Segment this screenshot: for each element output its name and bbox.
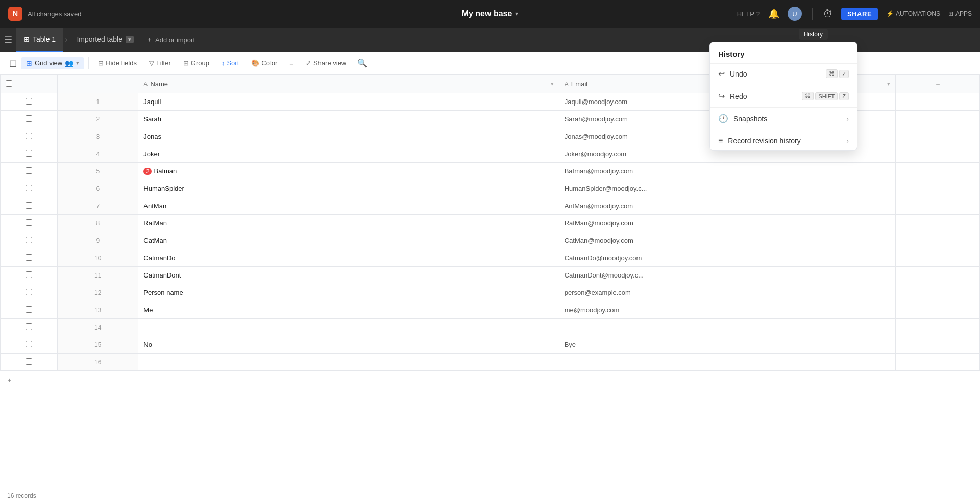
view-chevron-icon[interactable]: ▾ xyxy=(76,60,79,66)
add-import-button[interactable]: ＋ Add or import xyxy=(141,35,200,44)
row-email-cell[interactable]: RatMan@moodjoy.com xyxy=(559,215,895,232)
row-checkbox[interactable] xyxy=(26,219,32,226)
row-email-cell[interactable]: CatmanDo@moodjoy.com xyxy=(559,249,895,267)
row-email-cell[interactable]: HumanSpider@moodjoy.c... xyxy=(559,180,895,197)
row-checkbox-cell[interactable] xyxy=(1,267,58,284)
row-checkbox-cell[interactable] xyxy=(1,145,58,163)
add-column-button[interactable]: ＋ xyxy=(896,75,980,93)
share-button[interactable]: SHARE xyxy=(841,8,878,20)
sidebar-toggle-button[interactable]: ◫ xyxy=(6,56,20,70)
row-checkbox[interactable] xyxy=(26,237,32,243)
row-checkbox-cell[interactable] xyxy=(1,111,58,128)
help-button[interactable]: HELP ? xyxy=(737,10,760,18)
group-button[interactable]: ⊞ Group xyxy=(178,57,214,69)
row-email-cell[interactable]: CatmanDont@moodjoy.c... xyxy=(559,267,895,284)
sort-button[interactable]: ↕ Sort xyxy=(216,57,244,69)
row-checkbox[interactable] xyxy=(26,98,32,105)
user-avatar[interactable]: U xyxy=(788,7,802,21)
apps-button[interactable]: ⊞ APPS xyxy=(948,10,972,17)
row-email-cell[interactable]: Bye xyxy=(559,336,895,354)
row-checkbox-cell[interactable] xyxy=(1,180,58,197)
hamburger-icon[interactable]: ☰ xyxy=(4,34,12,45)
base-name[interactable]: My new base xyxy=(462,9,512,18)
color-button[interactable]: 🎨 Color xyxy=(246,57,282,69)
row-name-cell[interactable]: CatmanDont xyxy=(138,267,559,284)
row-name-cell[interactable]: Sarah xyxy=(138,111,559,128)
row-email-cell[interactable]: CatMan@moodjoy.com xyxy=(559,232,895,249)
row-name-cell[interactable] xyxy=(138,319,559,336)
app-logo[interactable]: N xyxy=(8,7,22,21)
row-checkbox[interactable] xyxy=(26,271,32,278)
tab-table1[interactable]: ⊞ Table 1 xyxy=(16,28,63,52)
row-name-cell[interactable] xyxy=(138,354,559,371)
row-checkbox[interactable] xyxy=(26,133,32,139)
row-checkbox[interactable] xyxy=(26,202,32,209)
row-checkbox[interactable] xyxy=(26,341,32,347)
row-checkbox[interactable] xyxy=(26,306,32,313)
table-row[interactable]: 7AntManAntMan@moodjoy.com xyxy=(1,197,980,215)
hide-fields-button[interactable]: ⊟ Hide fields xyxy=(93,57,142,69)
row-checkbox[interactable] xyxy=(26,323,32,330)
share-view-button[interactable]: ⤢ Share view xyxy=(301,57,351,69)
table-row[interactable]: 10CatmanDoCatmanDo@moodjoy.com xyxy=(1,249,980,267)
search-button[interactable]: 🔍 xyxy=(353,56,372,70)
row-checkbox[interactable] xyxy=(26,358,32,365)
row-name-cell[interactable]: Person name xyxy=(138,284,559,301)
email-col-sort-icon[interactable]: ▾ xyxy=(887,81,890,87)
row-checkbox[interactable] xyxy=(26,115,32,122)
row-name-cell[interactable]: CatMan xyxy=(138,232,559,249)
row-email-cell[interactable] xyxy=(559,319,895,336)
row-checkbox[interactable] xyxy=(26,150,32,157)
tab-imported[interactable]: Imported table ▾ xyxy=(69,28,141,52)
base-name-chevron-icon[interactable]: ▾ xyxy=(515,10,518,17)
row-checkbox[interactable] xyxy=(26,289,32,295)
row-email-cell[interactable]: Batman@moodjoy.com xyxy=(559,163,895,180)
view-collaborators-icon[interactable]: 👥 xyxy=(65,59,74,67)
history-icon-button[interactable]: ⏱ xyxy=(823,8,833,20)
name-col-sort-icon[interactable]: ▾ xyxy=(551,81,554,87)
row-email-cell[interactable]: AntMan@moodjoy.com xyxy=(559,197,895,215)
history-record-revision-item[interactable]: ≡ Record revision history › xyxy=(710,131,857,150)
row-name-cell[interactable]: CatmanDo xyxy=(138,249,559,267)
table-row[interactable]: 6HumanSpiderHumanSpider@moodjoy.c... xyxy=(1,180,980,197)
row-checkbox-cell[interactable] xyxy=(1,319,58,336)
grid-view-button[interactable]: ⊞ Grid view 👥 ▾ xyxy=(21,57,84,69)
row-name-cell[interactable]: Joker xyxy=(138,145,559,163)
row-email-cell[interactable] xyxy=(559,354,895,371)
row-name-cell[interactable]: Jaquil xyxy=(138,93,559,111)
row-checkbox-cell[interactable] xyxy=(1,232,58,249)
row-checkbox-cell[interactable] xyxy=(1,249,58,267)
row-checkbox-cell[interactable] xyxy=(1,93,58,111)
table-row[interactable]: 16 xyxy=(1,354,980,371)
row-checkbox-cell[interactable] xyxy=(1,215,58,232)
row-name-cell[interactable]: Jonas xyxy=(138,128,559,145)
row-checkbox-cell[interactable] xyxy=(1,128,58,145)
row-name-cell[interactable]: No xyxy=(138,336,559,354)
table-row[interactable]: 11CatmanDontCatmanDont@moodjoy.c... xyxy=(1,267,980,284)
row-name-cell[interactable]: 2Batman xyxy=(138,163,559,180)
select-all-header[interactable] xyxy=(1,75,58,93)
history-redo-item[interactable]: ↪ Redo ⌘ SHIFT Z xyxy=(710,86,857,106)
table-row[interactable]: 12Person nameperson@example.com xyxy=(1,284,980,301)
select-all-checkbox[interactable] xyxy=(6,80,12,87)
row-checkbox-cell[interactable] xyxy=(1,354,58,371)
row-email-cell[interactable]: me@moodjoy.com xyxy=(559,301,895,319)
row-name-cell[interactable]: RatMan xyxy=(138,215,559,232)
add-row-button[interactable]: ＋ xyxy=(0,371,980,389)
row-checkbox-cell[interactable] xyxy=(1,336,58,354)
row-name-cell[interactable]: HumanSpider xyxy=(138,180,559,197)
automations-button[interactable]: ⚡ AUTOMATIONS xyxy=(886,10,940,17)
notifications-icon[interactable]: 🔔 xyxy=(768,8,779,19)
row-checkbox[interactable] xyxy=(26,167,32,174)
row-name-cell[interactable]: AntMan xyxy=(138,197,559,215)
row-checkbox[interactable] xyxy=(26,185,32,191)
row-name-cell[interactable]: Me xyxy=(138,301,559,319)
row-checkbox[interactable] xyxy=(26,254,32,261)
table-row[interactable]: 15NoBye xyxy=(1,336,980,354)
row-checkbox-cell[interactable] xyxy=(1,301,58,319)
filter-button[interactable]: ▽ Filter xyxy=(144,57,176,69)
row-checkbox-cell[interactable] xyxy=(1,284,58,301)
row-email-cell[interactable]: person@example.com xyxy=(559,284,895,301)
row-height-button[interactable]: ≡ xyxy=(284,57,299,69)
history-snapshots-item[interactable]: 🕐 Snapshots › xyxy=(710,109,857,129)
